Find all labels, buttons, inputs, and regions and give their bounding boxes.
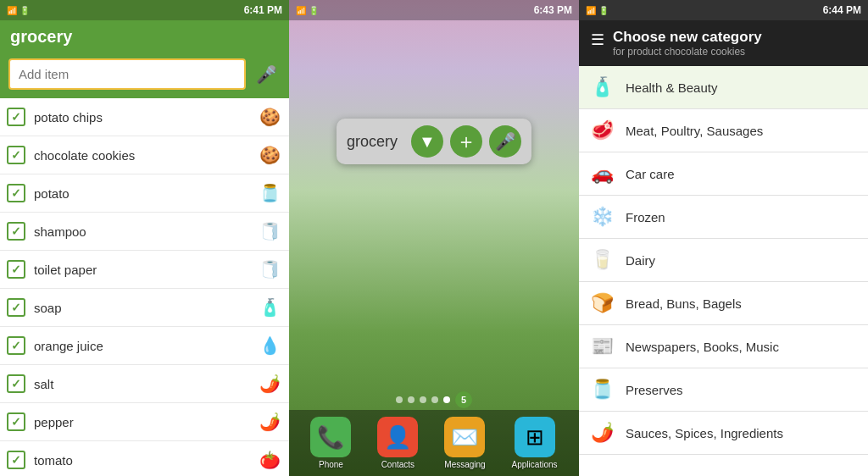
category-list-item[interactable]: 🫙 Preserves bbox=[579, 368, 868, 412]
widget-add-button[interactable]: ＋ bbox=[450, 125, 482, 158]
widget-mic-button[interactable]: 🎤 bbox=[489, 125, 521, 158]
check-mark: ✓ bbox=[7, 184, 25, 202]
item-icon: 💧 bbox=[259, 335, 281, 356]
item-icon: 🧴 bbox=[259, 297, 281, 318]
dot-badge: 5 bbox=[455, 391, 472, 408]
grocery-app-title: grocery bbox=[0, 20, 289, 53]
category-header-icon: ☰ bbox=[591, 30, 604, 49]
item-icon: 🌶️ bbox=[259, 412, 281, 432]
messaging-icon: ✉️ bbox=[444, 417, 485, 457]
item-name: toilet paper bbox=[34, 263, 254, 277]
grocery-search-bar: 🎤 bbox=[0, 53, 289, 98]
contacts-icon: 👤 bbox=[377, 417, 418, 457]
item-name: soap bbox=[34, 301, 254, 315]
category-name: Sauces, Spices, Ingredients bbox=[626, 426, 783, 440]
category-list-item[interactable]: 🚗 Car care bbox=[579, 152, 868, 196]
widget-dropdown-button[interactable]: ▼ bbox=[411, 125, 443, 158]
dot-2 bbox=[408, 396, 415, 403]
check-mark: ✓ bbox=[7, 222, 25, 241]
status-bar-1: 📶 🔋 6:41 PM bbox=[0, 0, 289, 20]
applications-label: Applications bbox=[512, 460, 558, 469]
applications-icon: ⊞ bbox=[515, 417, 555, 457]
check-mark: ✓ bbox=[7, 146, 25, 164]
category-icon: 🫙 bbox=[591, 379, 614, 401]
category-name: Newspapers, Books, Music bbox=[626, 340, 779, 354]
item-icon: 🍅 bbox=[259, 450, 281, 470]
grocery-list-item[interactable]: ✓ toilet paper 🧻 bbox=[0, 251, 289, 289]
grocery-list-item[interactable]: ✓ tomato 🍅 bbox=[0, 441, 289, 476]
dot-3 bbox=[420, 396, 426, 403]
category-name: Health & Beauty bbox=[626, 80, 717, 95]
grocery-list: ✓ potato chips 🍪 ✓ chocolate cookies 🍪 ✓… bbox=[0, 98, 289, 476]
battery-icon: 🔋 bbox=[19, 6, 30, 15]
check-mark: ✓ bbox=[7, 298, 25, 317]
category-list-item[interactable]: 📰 Newspapers, Books, Music bbox=[579, 325, 868, 368]
messaging-label: Messaging bbox=[444, 460, 485, 469]
contacts-label: Contacts bbox=[381, 460, 415, 469]
status-bar-3: 📶 🔋 6:44 PM bbox=[579, 0, 868, 20]
panel-home: 📶 🔋 6:43 PM grocery ▼ ＋ 🎤 5 📞 Phone 👤 Co… bbox=[289, 0, 579, 476]
item-icon: 🧻 bbox=[259, 221, 281, 241]
grocery-list-item[interactable]: ✓ soap 🧴 bbox=[0, 289, 289, 327]
signal-icon: 📶 bbox=[7, 6, 17, 15]
mic-button-1[interactable]: 🎤 bbox=[253, 61, 281, 88]
item-icon: 🍪 bbox=[259, 107, 281, 127]
panel-grocery: 📶 🔋 6:41 PM grocery 🎤 ✓ potato chips 🍪 ✓… bbox=[0, 0, 289, 476]
category-header-text: Choose new category for product chocolat… bbox=[613, 29, 762, 58]
grocery-list-item[interactable]: ✓ salt 🌶️ bbox=[0, 365, 289, 403]
category-name: Bread, Buns, Bagels bbox=[626, 296, 742, 311]
item-name: salt bbox=[34, 377, 254, 391]
battery-icon-2: 🔋 bbox=[309, 6, 319, 15]
home-dock: 📞 Phone 👤 Contacts ✉️ Messaging ⊞ Applic… bbox=[289, 410, 579, 476]
status-time-1: 6:41 PM bbox=[244, 4, 282, 16]
add-item-input[interactable] bbox=[8, 58, 246, 90]
category-name: Frozen bbox=[626, 210, 665, 224]
grocery-list-item[interactable]: ✓ potato chips 🍪 bbox=[0, 98, 289, 136]
item-name: shampoo bbox=[34, 224, 254, 239]
grocery-list-item[interactable]: ✓ orange juice 💧 bbox=[0, 327, 289, 365]
dot-1 bbox=[396, 396, 403, 403]
battery-icon-3: 🔋 bbox=[598, 6, 609, 15]
dock-item-applications[interactable]: ⊞ Applications bbox=[512, 417, 558, 469]
dock-item-contacts[interactable]: 👤 Contacts bbox=[377, 417, 418, 469]
item-name: tomato bbox=[34, 453, 254, 468]
category-icon: 📰 bbox=[591, 335, 614, 357]
dock-item-phone[interactable]: 📞 Phone bbox=[310, 417, 351, 469]
category-subtitle: for product chocolate cookies bbox=[613, 46, 762, 58]
home-screen-dots: 5 bbox=[396, 391, 472, 408]
category-list-item[interactable]: 🧴 Health & Beauty bbox=[579, 66, 868, 109]
category-header: ☰ Choose new category for product chocol… bbox=[579, 20, 868, 66]
status-time-2: 6:43 PM bbox=[534, 4, 572, 16]
category-icon: 🧴 bbox=[591, 76, 614, 98]
category-name: Preserves bbox=[626, 383, 683, 397]
category-icon: 🚗 bbox=[591, 163, 614, 185]
category-list-item[interactable]: ❄️ Frozen bbox=[579, 196, 868, 239]
item-name: potato bbox=[34, 186, 254, 201]
check-mark: ✓ bbox=[7, 412, 25, 431]
item-icon: 🌶️ bbox=[259, 374, 281, 394]
category-list: 🧴 Health & Beauty 🥩 Meat, Poultry, Sausa… bbox=[579, 66, 868, 476]
grocery-list-item[interactable]: ✓ potato 🫙 bbox=[0, 174, 289, 213]
item-icon: 🫙 bbox=[259, 183, 281, 203]
panel-category: 📶 🔋 6:44 PM ☰ Choose new category for pr… bbox=[579, 0, 868, 476]
category-list-item[interactable]: 🥛 Dairy bbox=[579, 239, 868, 282]
category-list-item[interactable]: 🍞 Bread, Buns, Bagels bbox=[579, 282, 868, 325]
category-list-item[interactable]: 🌶️ Sauces, Spices, Ingredients bbox=[579, 412, 868, 455]
check-mark: ✓ bbox=[7, 336, 25, 355]
category-name: Meat, Poultry, Sausages bbox=[626, 124, 763, 138]
dock-item-messaging[interactable]: ✉️ Messaging bbox=[444, 417, 485, 469]
check-mark: ✓ bbox=[7, 108, 25, 126]
grocery-list-item[interactable]: ✓ pepper 🌶️ bbox=[0, 403, 289, 441]
grocery-list-item[interactable]: ✓ chocolate cookies 🍪 bbox=[0, 136, 289, 174]
check-mark: ✓ bbox=[7, 374, 25, 393]
category-list-item[interactable]: 🥩 Meat, Poultry, Sausages bbox=[579, 109, 868, 152]
phone-icon: 📞 bbox=[310, 417, 351, 457]
item-name: chocolate cookies bbox=[34, 148, 254, 163]
grocery-list-item[interactable]: ✓ shampoo 🧻 bbox=[0, 213, 289, 251]
category-icon: 🥛 bbox=[591, 249, 614, 271]
item-icon: 🍪 bbox=[259, 145, 281, 165]
category-icon: 🥩 bbox=[591, 119, 614, 141]
signal-icon-2: 📶 bbox=[296, 6, 306, 15]
dot-5 bbox=[443, 396, 450, 403]
category-icon: ❄️ bbox=[591, 206, 614, 228]
